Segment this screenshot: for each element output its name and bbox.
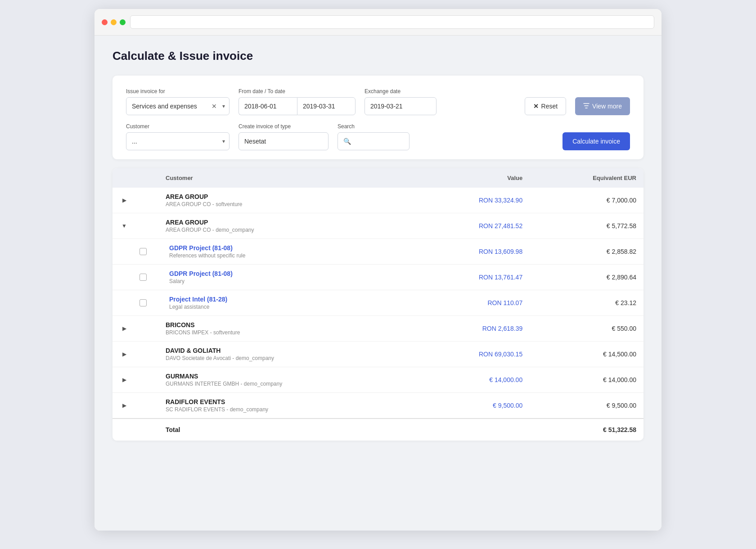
value-cell: RON 13,609.98 (415, 239, 530, 265)
project-name: GDPR Project (81-08) (169, 270, 408, 277)
customer-group: Customer ... ▾ (126, 123, 230, 150)
customer-sub: Salary (169, 278, 408, 284)
issue-invoice-group: Issue invoice for Services and expenses … (126, 88, 230, 115)
invoice-type-input[interactable] (238, 132, 328, 150)
expand-button[interactable]: ▶ (120, 375, 129, 384)
customer-sub: DAVO Societate de Avocati - demo_company (166, 355, 408, 361)
project-name: Project Intel (81-28) (169, 296, 408, 303)
filter-row-2: Customer ... ▾ Create invoice of type S (126, 123, 630, 150)
traffic-lights (102, 19, 126, 25)
calculate-label: Calculate invoice (572, 138, 620, 145)
customer-name: BRICONS (166, 321, 408, 328)
customer-cell: RADIFLOR EVENTSSC RADIFLOR EVENTS - demo… (158, 393, 415, 419)
eur-cell: € 2,890.64 (530, 265, 644, 290)
app-content: Calculate & Issue invoice Issue invoice … (94, 36, 662, 531)
customer-cell: GURMANSGURMANS INTERTEE GMBH - demo_comp… (158, 367, 415, 393)
expand-cell (112, 265, 132, 290)
customer-cell: AREA GROUPAREA GROUP CO - demo_company (158, 213, 415, 239)
customer-name: DAVID & GOLIATH (166, 347, 408, 354)
value-cell: RON 2,618.39 (415, 316, 530, 342)
value-cell: € 9,500.00 (415, 393, 530, 419)
view-more-label: View more (592, 103, 622, 110)
reset-label: Reset (541, 103, 558, 110)
table-row: ▶DAVID & GOLIATHDAVO Societate de Avocat… (112, 342, 644, 367)
customer-sub: BRICONS IMPEX - softventure (166, 329, 408, 336)
value-cell: RON 69,030.15 (415, 342, 530, 367)
col-expand (112, 168, 132, 188)
expand-button[interactable]: ▶ (120, 196, 129, 205)
expand-cell: ▶ (112, 188, 132, 213)
expand-button[interactable]: ▶ (120, 350, 129, 359)
table-row: ▶RADIFLOR EVENTSSC RADIFLOR EVENTS - dem… (112, 393, 644, 419)
table-row: GDPR Project (81-08)SalaryRON 13,761.47€… (112, 265, 644, 290)
checkbox-cell (132, 290, 158, 316)
expand-button[interactable]: ▶ (120, 401, 129, 410)
reset-button[interactable]: ✕ Reset (525, 97, 567, 115)
invoice-type-group: Create invoice of type (238, 123, 328, 150)
total-value: € 51,322.58 (530, 418, 644, 441)
customer-cell: DAVID & GOLIATHDAVO Societate de Avocati… (158, 342, 415, 367)
exchange-date-group: Exchange date (364, 88, 436, 115)
results-table: Customer Value Equivalent EUR ▶AREA GROU… (112, 168, 644, 441)
checkbox-cell (132, 188, 158, 213)
page-title: Calculate & Issue invoice (112, 49, 644, 63)
expand-button[interactable]: ▼ (120, 221, 129, 230)
maximize-button[interactable] (120, 19, 126, 25)
checkbox-cell (132, 367, 158, 393)
table-row: ▶AREA GROUPAREA GROUP CO - softventureRO… (112, 188, 644, 213)
value-cell: RON 13,761.47 (415, 265, 530, 290)
row-checkbox[interactable] (140, 274, 147, 281)
expand-cell: ▶ (112, 393, 132, 419)
to-date-input[interactable] (297, 97, 356, 115)
issue-invoice-select-wrapper: Services and expenses ✕ ▾ (126, 97, 230, 115)
total-label: Total (158, 418, 415, 441)
expand-button[interactable]: ▶ (120, 324, 129, 333)
titlebar (94, 9, 662, 36)
eur-cell: € 9,500.00 (530, 393, 644, 419)
date-range-group: From date / To date (238, 88, 356, 115)
customer-cell: GDPR Project (81-08)Salary (158, 265, 415, 290)
customer-cell: GDPR Project (81-08)References without s… (158, 239, 415, 265)
col-checkbox (132, 168, 158, 188)
row-checkbox[interactable] (140, 248, 147, 255)
checkbox-cell (132, 342, 158, 367)
filter-icon (583, 103, 590, 110)
table-row: ▶GURMANSGURMANS INTERTEE GMBH - demo_com… (112, 367, 644, 393)
customer-sub: GURMANS INTERTEE GMBH - demo_company (166, 381, 408, 387)
checkbox-cell (132, 316, 158, 342)
value-cell: € 14,000.00 (415, 367, 530, 393)
exchange-date-input[interactable] (364, 97, 436, 115)
expand-cell: ▶ (112, 316, 132, 342)
filter-row-1: Issue invoice for Services and expenses … (126, 88, 630, 115)
close-button[interactable] (102, 19, 108, 25)
col-customer-header: Customer (158, 168, 415, 188)
expand-cell: ▶ (112, 367, 132, 393)
minimize-button[interactable] (111, 19, 117, 25)
select-clear-icon[interactable]: ✕ (212, 103, 217, 110)
search-input[interactable] (338, 132, 410, 150)
app-window: Calculate & Issue invoice Issue invoice … (94, 9, 662, 531)
eur-cell: € 5,772.58 (530, 213, 644, 239)
expand-cell (112, 290, 132, 316)
calculate-invoice-button[interactable]: Calculate invoice (562, 132, 630, 150)
customer-name: RADIFLOR EVENTS (166, 398, 408, 405)
row-checkbox[interactable] (140, 299, 147, 306)
project-name: GDPR Project (81-08) (169, 244, 408, 252)
customer-sub: References without specific rule (169, 252, 408, 259)
expand-cell: ▼ (112, 213, 132, 239)
date-range-label: From date / To date (238, 88, 356, 94)
eur-cell: € 7,000.00 (530, 188, 644, 213)
expand-cell: ▶ (112, 342, 132, 367)
url-bar[interactable] (130, 15, 654, 29)
checkbox-cell (132, 265, 158, 290)
table-row: ▶BRICONSBRICONS IMPEX - softventureRON 2… (112, 316, 644, 342)
customer-sub: SC RADIFLOR EVENTS - demo_company (166, 406, 408, 413)
eur-cell: € 2,858.82 (530, 239, 644, 265)
customer-select[interactable]: ... (126, 132, 230, 150)
view-more-button[interactable]: View more (575, 97, 630, 115)
invoice-type-label: Create invoice of type (238, 123, 328, 130)
from-date-input[interactable] (238, 97, 297, 115)
customer-select-wrapper: ... ▾ (126, 132, 230, 150)
customer-sub: AREA GROUP CO - demo_company (166, 227, 408, 233)
eur-cell: € 14,500.00 (530, 342, 644, 367)
